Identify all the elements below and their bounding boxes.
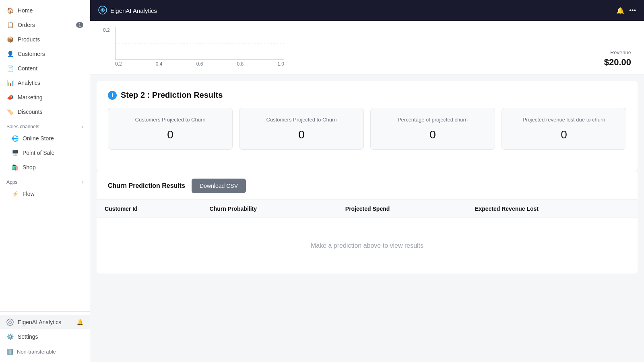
churn-results-title: Churn Prediction Results xyxy=(108,182,185,189)
sidebar-item-home[interactable]: 🏠 Home xyxy=(0,3,90,18)
table-header: Customer Id Churn Probability Projected … xyxy=(97,200,638,218)
sidebar-bottom: EigenAI Analytics 🔔 ⚙️ Settings ℹ️ Non-t… xyxy=(0,311,90,362)
non-transferable-icon: ℹ️ xyxy=(6,348,14,355)
sidebar-item-customers[interactable]: 👤 Customers xyxy=(0,47,90,61)
topbar: EigenAI Analytics 🔔 ••• xyxy=(90,0,644,21)
eigenai-small-icon xyxy=(6,319,14,326)
chart-area: 0.2 0.2 0.4 0.6 0.8 1.0 Revenue $20. xyxy=(90,21,644,74)
sidebar-item-analytics-label: Analytics xyxy=(18,80,40,86)
sidebar-item-discounts-label: Discounts xyxy=(18,109,42,115)
metric-card-4: Projected revenue lost due to churn 0 xyxy=(502,108,626,150)
topbar-logo: EigenAI Analytics xyxy=(98,6,157,16)
sidebar-item-settings[interactable]: ⚙️ Settings xyxy=(0,329,90,344)
shop-icon: 🛍️ xyxy=(11,164,19,171)
non-transferable-item: ℹ️ Non-transferable xyxy=(0,344,90,359)
main-content: 0.2 0.2 0.4 0.6 0.8 1.0 Revenue $20. xyxy=(90,21,644,362)
results-table-wrapper: Customer Id Churn Probability Projected … xyxy=(97,200,638,274)
topbar-icons: 🔔 ••• xyxy=(616,7,636,14)
sidebar-item-shop[interactable]: 🛍️ Shop xyxy=(0,160,90,175)
sidebar-item-customers-label: Customers xyxy=(18,51,45,57)
revenue-card: Revenue $20.00 xyxy=(583,49,631,68)
metric-card-3: Percentage of projected churn 0 xyxy=(370,108,495,150)
sidebar-item-orders[interactable]: 📋 Orders 1 xyxy=(0,18,90,32)
flow-icon: ⚡ xyxy=(11,190,19,197)
sidebar-nav: 🏠 Home 📋 Orders 1 📦 Products 👤 Customers… xyxy=(0,0,90,311)
main-wrapper: EigenAI Analytics 🔔 ••• 0.2 0.2 0.4 xyxy=(90,0,644,362)
sidebar-item-orders-label: Orders xyxy=(18,22,35,28)
churn-results-header: Churn Prediction Results Download CSV xyxy=(97,171,638,200)
step2-header: i Step 2 : Prediction Results xyxy=(108,90,626,100)
chart-x-label-3: 0.6 xyxy=(196,61,203,67)
analytics-icon: 📊 xyxy=(6,79,14,86)
chart-line-area xyxy=(115,27,284,60)
apps-label: Apps xyxy=(6,179,17,185)
table-empty-row: Make a prediction above to view results xyxy=(97,218,638,274)
metric-card-2-value: 0 xyxy=(248,128,355,141)
sidebar-item-products-label: Products xyxy=(18,36,40,43)
chart-y-label: 0.2 xyxy=(103,27,110,33)
table-body: Make a prediction above to view results xyxy=(97,218,638,274)
sidebar-item-flow-label: Flow xyxy=(23,191,35,197)
sidebar-item-marketing-label: Marketing xyxy=(18,94,42,101)
metric-card-3-label: Percentage of projected churn xyxy=(379,116,487,123)
chart-x-labels: 0.2 0.4 0.6 0.8 1.0 xyxy=(115,61,284,67)
metric-card-2: Customers Projected to Churn 0 xyxy=(239,108,364,150)
step2-info-icon: i xyxy=(108,91,117,100)
home-icon: 🏠 xyxy=(6,7,14,14)
chart-x-label-4: 0.8 xyxy=(237,61,244,67)
settings-gear-icon: ⚙️ xyxy=(6,333,14,340)
sales-channels-section[interactable]: Sales channels › xyxy=(0,119,90,131)
point-of-sale-icon: 🖥️ xyxy=(11,149,19,156)
eigenai-logo-icon xyxy=(98,6,107,16)
bell-icon[interactable]: 🔔 xyxy=(76,319,83,325)
apps-chevron-icon: › xyxy=(82,179,83,185)
eigenai-item-label: EigenAI Analytics xyxy=(18,319,61,325)
sales-channels-label: Sales channels xyxy=(6,124,39,130)
topbar-more-icon[interactable]: ••• xyxy=(629,7,636,14)
sales-channels-chevron-icon: › xyxy=(82,124,83,130)
metric-card-1: Customers Projected to Churn 0 xyxy=(108,108,233,150)
online-store-icon: 🌐 xyxy=(11,135,19,142)
sidebar-item-point-of-sale[interactable]: 🖥️ Point of Sale xyxy=(0,146,90,160)
col-customer-id: Customer Id xyxy=(97,200,202,218)
sidebar-item-discounts[interactable]: 🏷️ Discounts xyxy=(0,105,90,119)
step2-title: Step 2 : Prediction Results xyxy=(121,90,223,100)
sidebar-item-analytics[interactable]: 📊 Analytics xyxy=(0,76,90,90)
metric-card-4-value: 0 xyxy=(510,128,618,141)
non-transferable-label: Non-transferable xyxy=(17,349,56,355)
sidebar-item-point-of-sale-label: Point of Sale xyxy=(23,150,54,156)
chart-container: 0.2 0.2 0.4 0.6 0.8 1.0 xyxy=(103,27,567,68)
metric-cards: Customers Projected to Churn 0 Customers… xyxy=(108,108,626,150)
empty-table-message: Make a prediction above to view results xyxy=(97,218,638,274)
sidebar-item-online-store[interactable]: 🌐 Online Store xyxy=(0,131,90,146)
content-icon: 📄 xyxy=(6,65,14,72)
metric-card-1-label: Customers Projected to Churn xyxy=(116,116,224,123)
metric-card-4-label: Projected revenue lost due to churn xyxy=(510,116,618,123)
sidebar-item-content[interactable]: 📄 Content xyxy=(0,61,90,76)
sidebar-item-marketing[interactable]: 📣 Marketing xyxy=(0,90,90,105)
sidebar-item-content-label: Content xyxy=(18,65,37,72)
metric-card-1-value: 0 xyxy=(116,128,224,141)
customers-icon: 👤 xyxy=(6,50,14,58)
revenue-value: $20.00 xyxy=(583,57,631,68)
topbar-app-name: EigenAI Analytics xyxy=(110,7,157,14)
sidebar-item-products[interactable]: 📦 Products xyxy=(0,32,90,47)
chart-x-label-5: 1.0 xyxy=(277,61,284,67)
settings-label: Settings xyxy=(18,333,38,340)
col-projected-spend: Projected Spend xyxy=(337,200,467,218)
orders-badge: 1 xyxy=(76,22,83,28)
col-churn-probability: Churn Probability xyxy=(202,200,337,218)
apps-section[interactable]: Apps › xyxy=(0,175,90,187)
chart-x-label-1: 0.2 xyxy=(115,61,122,67)
products-icon: 📦 xyxy=(6,36,14,43)
sidebar-item-home-label: Home xyxy=(18,7,33,14)
topbar-bell-icon[interactable]: 🔔 xyxy=(616,7,624,14)
revenue-label: Revenue xyxy=(583,49,631,56)
sidebar-item-eigenai[interactable]: EigenAI Analytics 🔔 xyxy=(0,315,90,329)
results-table: Customer Id Churn Probability Projected … xyxy=(97,200,638,274)
sidebar-item-flow[interactable]: ⚡ Flow xyxy=(0,187,90,201)
sidebar: 🏠 Home 📋 Orders 1 📦 Products 👤 Customers… xyxy=(0,0,90,362)
sidebar-item-online-store-label: Online Store xyxy=(23,135,54,142)
orders-icon: 📋 xyxy=(6,21,14,29)
download-csv-button[interactable]: Download CSV xyxy=(192,179,246,193)
